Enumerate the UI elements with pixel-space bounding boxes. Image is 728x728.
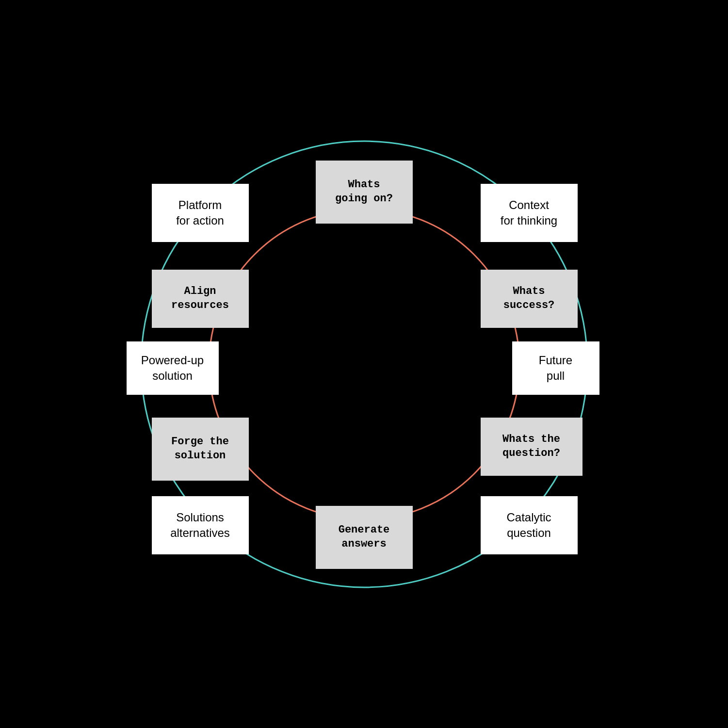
card-generate-answers: Generate answers xyxy=(316,506,413,569)
card-whats-the-question: Whats the question? xyxy=(481,418,582,476)
card-whats-success: Whats success? xyxy=(481,270,578,328)
diagram-container: Whats going on? Context for thinking Wha… xyxy=(97,97,631,631)
card-solutions-alternatives: Solutions alternatives xyxy=(152,496,249,554)
card-whats-going-on: Whats going on? xyxy=(316,161,413,224)
svg-point-1 xyxy=(209,209,519,519)
card-align-resources: Align resources xyxy=(152,270,249,328)
card-future-pull: Future pull xyxy=(512,341,599,395)
card-context-for-thinking: Context for thinking xyxy=(481,184,578,242)
card-catalytic-question: Catalytic question xyxy=(481,496,578,554)
card-platform-for-action: Platform for action xyxy=(152,184,249,242)
card-powered-up-solution: Powered-up solution xyxy=(127,341,219,395)
card-forge-the-solution: Forge the solution xyxy=(152,418,249,481)
